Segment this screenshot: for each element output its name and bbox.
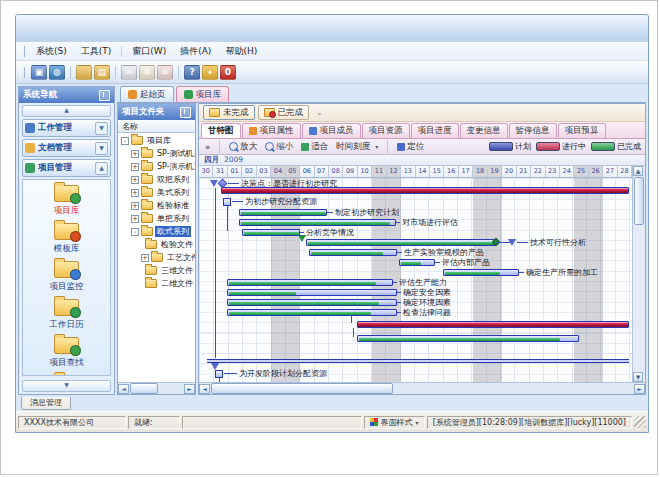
pin-icon[interactable] bbox=[180, 107, 191, 118]
console-icon[interactable]: ▣ bbox=[31, 65, 47, 80]
gantt-bar[interactable] bbox=[357, 335, 579, 342]
tree-node[interactable]: +单把系列 bbox=[118, 212, 195, 225]
tree-node[interactable]: +SP-测试机系列 bbox=[118, 147, 195, 160]
help-icon[interactable]: ? bbox=[184, 65, 200, 80]
expander-icon[interactable]: + bbox=[131, 176, 139, 184]
scroll-left-icon[interactable]: ◄ bbox=[118, 384, 129, 394]
folder-icon[interactable] bbox=[76, 65, 92, 80]
sidebar-scroll-down[interactable]: ▼ bbox=[22, 380, 111, 392]
sidebar-group-work-group[interactable]: 工作管理▼ bbox=[22, 119, 111, 137]
view-tab[interactable]: 项目属性 bbox=[242, 123, 301, 138]
view-tab[interactable]: 项目进度 bbox=[411, 123, 459, 138]
gantt-bar[interactable] bbox=[239, 219, 396, 226]
gantt-bar[interactable] bbox=[227, 299, 397, 306]
menu-item[interactable]: 插件(A) bbox=[173, 43, 218, 60]
expander-icon[interactable]: - bbox=[121, 137, 129, 145]
scroll-thumb[interactable] bbox=[130, 383, 158, 394]
time-scale-button[interactable]: 时间刻度▾ bbox=[334, 141, 380, 153]
expander-icon[interactable]: + bbox=[141, 254, 149, 262]
expander-icon[interactable]: + bbox=[131, 150, 139, 158]
gantt-bar[interactable] bbox=[306, 239, 496, 246]
lock-icon[interactable]: ⬩ bbox=[202, 65, 218, 80]
tree-node[interactable]: 三维文件 bbox=[118, 264, 195, 277]
gantt-bar[interactable] bbox=[227, 289, 397, 296]
scroll-thumb[interactable] bbox=[211, 383, 393, 394]
scroll-left-icon[interactable]: ◄ bbox=[199, 384, 210, 394]
tree-node[interactable]: +美式系列 bbox=[118, 186, 195, 199]
stop-icon[interactable]: 0 bbox=[220, 65, 236, 80]
sidebar-item[interactable]: 模板库 bbox=[54, 223, 80, 255]
menu-item[interactable]: 帮助(H) bbox=[218, 43, 264, 60]
doc-tab[interactable]: 起始页 bbox=[120, 86, 174, 102]
sidebar-item[interactable]: 任务查找 bbox=[50, 375, 84, 376]
view-tab[interactable]: 项目成员 bbox=[302, 123, 361, 138]
tree-node[interactable]: +SP-演示机系列 bbox=[118, 160, 195, 173]
folder-view-icon[interactable]: ▤ bbox=[94, 65, 110, 80]
sidebar-group-project-group[interactable]: 项目管理▲ bbox=[22, 159, 111, 177]
expander-icon[interactable]: - bbox=[131, 228, 139, 236]
zoom-out-button[interactable]: 缩小 bbox=[263, 141, 295, 153]
gantt-task-box[interactable] bbox=[223, 198, 231, 206]
menu-item[interactable]: 窗口(W) bbox=[125, 43, 173, 60]
gantt-bar[interactable] bbox=[242, 229, 300, 236]
expander-icon[interactable]: + bbox=[131, 189, 139, 197]
gantt-bar[interactable] bbox=[239, 209, 327, 216]
expander-icon[interactable]: + bbox=[131, 215, 139, 223]
scroll-right-icon[interactable]: ► bbox=[184, 384, 195, 394]
gantt-bar[interactable] bbox=[221, 187, 629, 194]
tree-node[interactable]: +工艺文件 bbox=[118, 251, 195, 264]
chevron-icon[interactable]: ▼ bbox=[95, 142, 108, 155]
gantt-bar[interactable] bbox=[357, 321, 629, 328]
scroll-down-icon[interactable]: ▼ bbox=[633, 372, 643, 382]
sidebar-item[interactable]: 项目库 bbox=[54, 185, 80, 217]
scroll-right-icon[interactable]: ► bbox=[634, 384, 645, 394]
scroll-thumb[interactable] bbox=[634, 177, 644, 225]
tree-node[interactable]: +双把系列 bbox=[118, 173, 195, 186]
gantt-hscrollbar[interactable]: ◄ ► bbox=[199, 382, 645, 394]
ui-style-button[interactable]: 界面样式 ▾ bbox=[364, 416, 425, 429]
tree-node[interactable]: -欧式系列 bbox=[118, 225, 195, 238]
gantt-bar[interactable] bbox=[227, 279, 393, 286]
zoom-in-button[interactable]: 放大 bbox=[227, 141, 259, 153]
tree-node[interactable]: -项目库 bbox=[118, 134, 195, 147]
menu-item[interactable]: 系统(S) bbox=[29, 43, 74, 60]
chevron-icon[interactable]: ▲ bbox=[95, 162, 108, 175]
sidebar-scroll-up[interactable]: ▲ bbox=[22, 105, 111, 117]
gantt-bar[interactable] bbox=[309, 249, 397, 256]
mail-new-icon[interactable]: ✉ bbox=[121, 65, 137, 80]
gantt-summary-line[interactable] bbox=[207, 359, 629, 363]
tab-overflow-icon[interactable]: ⌄ bbox=[316, 108, 323, 117]
locate-button[interactable]: 定位 bbox=[395, 141, 426, 153]
scroll-up-icon[interactable]: ▲ bbox=[633, 166, 643, 176]
toolbar-grip[interactable] bbox=[20, 67, 25, 78]
chevron-icon[interactable]: ▼ bbox=[95, 122, 108, 135]
menu-item[interactable]: 工具(T) bbox=[74, 43, 119, 60]
resize-grip[interactable] bbox=[634, 416, 646, 428]
gantt-milestone[interactable] bbox=[508, 239, 516, 246]
globe-icon[interactable]: ◍ bbox=[49, 65, 65, 80]
view-tab[interactable]: 甘特图 bbox=[201, 123, 241, 138]
sidebar-item[interactable]: 项目监控 bbox=[50, 261, 84, 293]
status-tab[interactable]: 未完成 bbox=[203, 105, 255, 120]
tree-node[interactable]: 检验文件 bbox=[118, 238, 195, 251]
menu-grip[interactable] bbox=[20, 46, 25, 57]
gantt-bar[interactable] bbox=[443, 269, 519, 276]
pin-icon[interactable] bbox=[99, 90, 110, 101]
gantt-bar[interactable] bbox=[399, 259, 435, 266]
gantt-vscrollbar[interactable]: ▲ ▼ bbox=[632, 166, 645, 382]
view-tab[interactable]: 项目资源 bbox=[362, 123, 410, 138]
toolbar-overflow-chevron[interactable]: » bbox=[203, 142, 212, 152]
expander-icon[interactable]: + bbox=[131, 202, 139, 210]
view-tab[interactable]: 项目预算 bbox=[558, 123, 606, 138]
tree-node[interactable]: +检验标准 bbox=[118, 199, 195, 212]
status-tab[interactable]: 已完成 bbox=[258, 105, 310, 120]
message-manager-tab[interactable]: 消息管理 bbox=[21, 397, 71, 410]
sidebar-item[interactable]: 工作日历 bbox=[50, 299, 84, 331]
doc-tab[interactable]: 项目库 bbox=[176, 86, 230, 102]
mail-delete-icon[interactable]: ✉ bbox=[157, 65, 173, 80]
gantt-bar[interactable] bbox=[227, 309, 397, 316]
sidebar-item[interactable]: 项目查找 bbox=[50, 337, 84, 369]
mail-open-icon[interactable]: ✉ bbox=[139, 65, 155, 80]
view-tab[interactable]: 变更信息 bbox=[460, 123, 508, 138]
gantt-milestone[interactable] bbox=[211, 363, 219, 370]
